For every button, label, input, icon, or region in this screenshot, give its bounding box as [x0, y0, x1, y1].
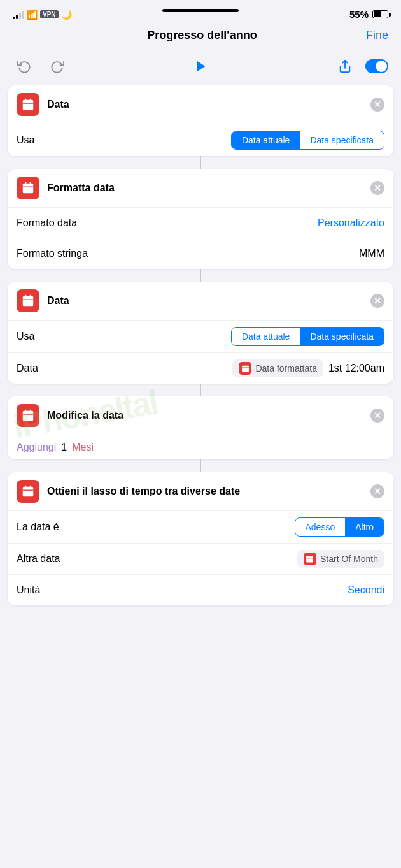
block-data-1: Data ✕ Usa Data attuale Data specificata	[8, 85, 393, 156]
block-time-title: Ottieni il lasso di tempo tra diverse da…	[47, 486, 370, 497]
calendar-icon	[21, 98, 35, 112]
wifi-icon: 📶	[27, 10, 38, 20]
calendar-icon-2	[21, 181, 35, 195]
chip-calendar-icon	[239, 362, 251, 375]
block-format-icon	[17, 177, 39, 199]
svg-marker-0	[197, 61, 206, 72]
chip-label-2: Start Of Month	[320, 554, 378, 564]
block-data-1-header: Data ✕	[8, 85, 393, 124]
modify-unit[interactable]: Mesi	[72, 442, 94, 453]
block-time-row-1: Altra data Start Of Month	[8, 544, 393, 575]
toolbar	[0, 50, 401, 85]
play-button[interactable]	[190, 55, 213, 78]
connector-1	[200, 156, 201, 169]
modify-add-label[interactable]: Aggiungi	[17, 442, 56, 453]
blocks-container: Data ✕ Usa Data attuale Data specificata…	[0, 85, 401, 605]
block-format-row-0: Formato data Personalizzato	[8, 208, 393, 238]
undo-button[interactable]	[13, 55, 36, 78]
seg-btn-data-specificata-2[interactable]: Data specificata	[300, 328, 384, 345]
connector-2	[200, 269, 201, 282]
calendar-icon-5	[21, 484, 35, 498]
block-modify-title: Modifica la data	[47, 410, 370, 421]
seg-btn-data-attuale-2[interactable]: Data attuale	[232, 328, 300, 345]
svg-rect-14	[242, 365, 249, 372]
undo-icon	[17, 59, 31, 73]
chip-label: Data formattata	[255, 363, 317, 373]
block-data-2-title: Data	[47, 295, 370, 307]
chip-extra-text: 1st 12:00am	[328, 363, 384, 374]
block-modify-close[interactable]: ✕	[370, 409, 384, 423]
block-format-row-1: Formato stringa MMM	[8, 238, 393, 269]
settings-button[interactable]	[365, 55, 388, 78]
signal-icon	[13, 10, 24, 19]
calendar-icon-3	[21, 294, 35, 308]
redo-icon	[50, 59, 64, 73]
modify-row: Aggiungi 1 Mesi	[8, 435, 393, 459]
block-time-label-2: Unità	[17, 584, 348, 596]
toolbar-left	[13, 55, 69, 78]
block-data-1-row-0: Usa Data attuale Data specificata	[8, 124, 393, 156]
seg-btn-data-attuale-1[interactable]: Data attuale	[232, 131, 300, 149]
block-data-2-chip[interactable]: Data formattata	[232, 359, 323, 377]
block-time-header: Ottieni il lasso di tempo tra diverse da…	[8, 472, 393, 511]
seg-btn-adesso[interactable]: Adesso	[295, 518, 346, 536]
svg-rect-16	[23, 411, 34, 421]
vpn-badge: VPN	[40, 10, 59, 18]
play-icon	[194, 59, 208, 73]
block-data-2-label-0: Usa	[17, 331, 231, 342]
block-format-value-0[interactable]: Personalizzato	[318, 217, 384, 229]
block-data-1-close[interactable]: ✕	[370, 98, 384, 112]
done-button[interactable]: Fine	[366, 29, 388, 42]
block-time-chip[interactable]: Start Of Month	[297, 550, 384, 568]
block-modify-date: Modifica la data ✕ Aggiungi 1 Mesi	[8, 396, 393, 459]
share-button[interactable]	[334, 55, 356, 78]
block-data-2-label-1: Data	[17, 363, 232, 374]
block-modify-icon	[17, 404, 39, 427]
block-time-value-2[interactable]: Secondi	[348, 584, 384, 596]
block-data-1-segmented[interactable]: Data attuale Data specificata	[231, 131, 384, 150]
block-time-span: Ottieni il lasso di tempo tra diverse da…	[8, 472, 393, 605]
block-data-2-row-0: Usa Data attuale Data specificata	[8, 321, 393, 353]
connector-3	[200, 384, 201, 396]
calendar-icon-4	[21, 409, 35, 423]
chip-cal-svg	[241, 365, 250, 373]
chip-cal-svg-2	[306, 555, 314, 563]
home-indicator	[162, 9, 239, 12]
block-format-title: Formatta data	[47, 182, 370, 194]
header: Progresso dell'anno Fine	[0, 24, 401, 50]
block-format-date: Formatta data ✕ Formato data Personalizz…	[8, 169, 393, 269]
connector-4	[200, 459, 201, 472]
block-data-2-header: Data ✕	[8, 282, 393, 321]
seg-btn-altro[interactable]: Altro	[345, 518, 384, 536]
moon-icon: 🌙	[61, 10, 72, 20]
status-bar-left: 📶 VPN 🌙	[13, 10, 72, 20]
block-data-1-title: Data	[47, 99, 370, 110]
seg-btn-data-specificata-1[interactable]: Data specificata	[300, 131, 384, 149]
block-data-2-row-1: Data Data formattata 1st 12:00am	[8, 353, 393, 384]
block-format-text-1: MMM	[359, 248, 384, 259]
redo-button[interactable]	[46, 55, 69, 78]
block-modify-header: Modifica la data ✕	[8, 396, 393, 435]
block-data-2-icon	[17, 289, 39, 312]
svg-rect-6	[23, 184, 34, 194]
status-bar: 📶 VPN 🌙 55%	[0, 0, 401, 24]
toolbar-right	[334, 55, 388, 78]
block-time-row-2: Unità Secondi	[8, 575, 393, 605]
block-time-close[interactable]: ✕	[370, 484, 384, 498]
block-format-label-1: Formato stringa	[17, 248, 359, 259]
block-data-2-close[interactable]: ✕	[370, 294, 384, 308]
modify-num[interactable]: 1	[61, 442, 67, 453]
block-format-label-0: Formato data	[17, 217, 318, 229]
toggle-icon	[365, 59, 388, 73]
battery-icon	[372, 10, 388, 18]
block-time-segmented[interactable]: Adesso Altro	[295, 517, 385, 537]
svg-rect-24	[307, 556, 314, 562]
block-time-icon	[17, 480, 39, 503]
block-format-close[interactable]: ✕	[370, 181, 384, 195]
battery-fill	[374, 11, 381, 17]
page-title: Progresso dell'anno	[38, 29, 366, 42]
block-data-2-segmented[interactable]: Data attuale Data specificata	[231, 327, 384, 346]
share-icon	[338, 59, 352, 73]
block-format-header: Formatta data ✕	[8, 169, 393, 208]
svg-rect-20	[23, 487, 34, 497]
